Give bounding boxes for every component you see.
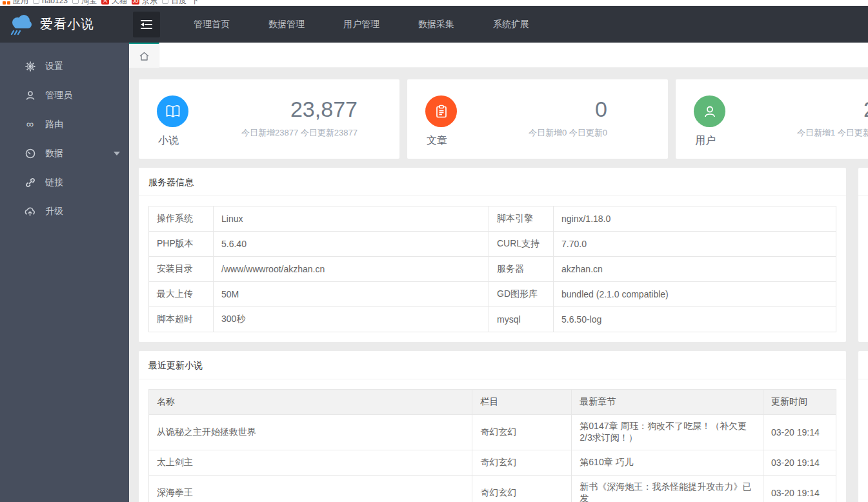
sidebar-item-label: 设置 bbox=[45, 61, 63, 72]
sidebar-item-routes[interactable]: ∞ 路由 bbox=[0, 110, 129, 139]
jd-icon: JD bbox=[132, 0, 139, 5]
novel-time: 03-20 19:14 bbox=[763, 450, 836, 476]
info-value: 300秒 bbox=[214, 307, 489, 332]
stat-cards-row: 小说 23,877 今日新增23877 今日更新23877 bbox=[139, 79, 868, 159]
sidebar-item-label: 管理员 bbox=[45, 90, 72, 101]
nav-item-user-mgmt[interactable]: 用户管理 bbox=[324, 6, 399, 43]
app-logo: 爱看小说 bbox=[0, 14, 129, 35]
bookmark-jd[interactable]: JD 京东 bbox=[132, 0, 157, 6]
nav-item-extend[interactable]: 系统扩展 bbox=[474, 6, 549, 43]
apps-grid-icon bbox=[3, 0, 10, 5]
sidebar-item-data[interactable]: 数据 bbox=[0, 139, 129, 168]
info-key: 脚本超时 bbox=[149, 307, 214, 332]
novel-name[interactable]: 从诡秘之主开始拯救世界 bbox=[149, 415, 472, 450]
novel-time: 03-20 19:14 bbox=[763, 476, 836, 502]
info-key: 安装目录 bbox=[149, 257, 214, 282]
nav-item-home[interactable]: 管理首页 bbox=[174, 6, 249, 43]
bookmark-more[interactable]: 下 bbox=[191, 0, 199, 6]
top-nav: 管理首页 数据管理 用户管理 数据采集 系统扩展 bbox=[174, 6, 549, 43]
bookmark-tmall[interactable]: 天 天猫 bbox=[101, 0, 127, 6]
nav-item-data-mgmt[interactable]: 数据管理 bbox=[249, 6, 324, 43]
user-icon bbox=[694, 95, 725, 127]
novel-chapter: 新书《深海炮王：我杀怪能提升攻击力》已发 bbox=[572, 476, 763, 502]
nav-item-collect[interactable]: 数据采集 bbox=[399, 6, 474, 43]
info-key: mysql bbox=[489, 307, 554, 332]
panel-title: 用 bbox=[858, 168, 868, 196]
novel-category: 奇幻玄幻 bbox=[472, 450, 572, 476]
novel-name[interactable]: 深海拳王 bbox=[149, 476, 472, 502]
info-value: 50M bbox=[214, 282, 489, 307]
sidebar-item-label: 路由 bbox=[45, 119, 63, 130]
column-header-chapter: 最新章节 bbox=[572, 390, 763, 415]
novel-chapter: 第610章 巧儿 bbox=[572, 450, 763, 476]
sidebar-item-settings[interactable]: 设置 bbox=[0, 52, 129, 81]
link-icon bbox=[25, 177, 35, 188]
bookmark-baidu[interactable]: 百度 bbox=[162, 0, 187, 6]
novel-name[interactable]: 太上剑主 bbox=[149, 450, 472, 476]
chevron-down-icon bbox=[114, 152, 120, 156]
table-row: 操作系统 Linux 脚本引擎 nginx/1.18.0 bbox=[149, 206, 836, 232]
novel-category: 奇幻玄幻 bbox=[472, 415, 572, 450]
stat-card-users: 用户 2 今日新增1 今日更新1 bbox=[676, 79, 868, 159]
server-info-panel: 服务器信息 操作系统 Linux 脚本引擎 nginx/1.18.0 bbox=[139, 168, 846, 342]
stat-card-articles: 文章 0 今日新增0 今日更新0 bbox=[407, 79, 668, 159]
tab-bar bbox=[129, 43, 868, 68]
table-row: 太上剑主 奇幻玄幻 第610章 巧儿 03-20 19:14 bbox=[149, 450, 836, 476]
stat-subtext: 今日新增0 今日更新0 bbox=[529, 127, 607, 139]
info-value: nginx/1.18.0 bbox=[554, 206, 836, 232]
table-row: 深海拳王 奇幻玄幻 新书《深海炮王：我杀怪能提升攻击力》已发 03-20 19:… bbox=[149, 476, 836, 502]
column-header-name: 名称 bbox=[149, 390, 472, 415]
bookmark-hao123[interactable]: hao123 bbox=[33, 0, 68, 5]
bookmark-icon bbox=[72, 0, 79, 4]
info-key: 服务器 bbox=[489, 257, 554, 282]
info-value: Linux bbox=[214, 206, 489, 232]
stat-subtext: 今日新增23877 今日更新23877 bbox=[241, 127, 358, 139]
app-title: 爱看小说 bbox=[40, 15, 94, 33]
bookmark-label: 应用 bbox=[13, 0, 28, 6]
gauge-icon bbox=[25, 148, 35, 159]
sidebar-toggle-button[interactable] bbox=[133, 12, 160, 37]
info-key: GD图形库 bbox=[489, 282, 554, 307]
info-value: akzhan.cn bbox=[554, 257, 836, 282]
stat-subtext: 今日新增1 今日更新1 bbox=[797, 127, 868, 139]
bookmark-label: 下 bbox=[191, 0, 199, 6]
rain-cloud-logo-icon bbox=[9, 14, 34, 35]
stat-value: 23,877 bbox=[241, 97, 358, 121]
column-header-category: 栏目 bbox=[472, 390, 572, 415]
clipboard-icon bbox=[425, 95, 457, 127]
table-header-row: 名称 栏目 最新章节 更新时间 bbox=[149, 390, 836, 415]
info-key: 最大上传 bbox=[149, 282, 214, 307]
bookmark-label: hao123 bbox=[42, 0, 68, 5]
stat-label: 小说 bbox=[158, 134, 179, 148]
bookmark-label: 天猫 bbox=[112, 0, 127, 6]
table-row: PHP版本 5.6.40 CURL支持 7.70.0 bbox=[149, 232, 836, 257]
sidebar: 设置 管理员 ∞ 路由 数据 链接 bbox=[0, 43, 129, 502]
stat-value: 0 bbox=[529, 97, 607, 121]
bookmark-label: 淘宝 bbox=[81, 0, 97, 6]
stat-label: 文章 bbox=[427, 134, 447, 148]
home-icon bbox=[139, 51, 150, 61]
sidebar-item-admins[interactable]: 管理员 bbox=[0, 81, 129, 110]
app-header: 爱看小说 管理首页 数据管理 用户管理 数据采集 系统扩展 bbox=[0, 6, 868, 43]
recent-novels-panel: 最近更新小说 名称 栏目 最新章节 更新时间 bbox=[139, 351, 846, 502]
table-row: 安装目录 /www/wwwroot/akzhan.cn 服务器 akzhan.c… bbox=[149, 257, 836, 282]
tab-home[interactable] bbox=[129, 43, 159, 68]
bookmark-label: 百度 bbox=[171, 0, 187, 6]
menu-collapse-icon bbox=[140, 19, 153, 30]
recent-novels-table: 名称 栏目 最新章节 更新时间 从诡秘之主开始拯救世界 奇幻玄幻 bbox=[148, 389, 836, 502]
sidebar-item-links[interactable]: 链接 bbox=[0, 168, 129, 197]
main-content: 小说 23,877 今日新增23877 今日更新23877 bbox=[129, 68, 868, 502]
route-icon: ∞ bbox=[25, 119, 35, 130]
stat-card-novels: 小说 23,877 今日新增23877 今日更新23877 bbox=[139, 79, 399, 159]
bookmark-apps[interactable]: 应用 bbox=[3, 0, 28, 6]
browser-bookmarks-bar: 应用 hao123 淘宝 天 天猫 JD 京东 百度 下 bbox=[0, 0, 868, 6]
user-icon bbox=[25, 90, 35, 101]
novel-category: 奇幻玄幻 bbox=[472, 476, 572, 502]
info-key: PHP版本 bbox=[149, 232, 214, 257]
bookmark-taobao[interactable]: 淘宝 bbox=[72, 0, 97, 6]
sidebar-item-upgrade[interactable]: 升级 bbox=[0, 197, 129, 226]
table-row: 最大上传 50M GD图形库 bundled (2.1.0 compatible… bbox=[149, 282, 836, 307]
sidebar-item-label: 升级 bbox=[45, 206, 63, 217]
stat-label: 用户 bbox=[695, 134, 716, 148]
novel-chapter: 第0147章 周珏：狗改不了吃屎！（补欠更2/3求订阅！） bbox=[572, 415, 763, 450]
